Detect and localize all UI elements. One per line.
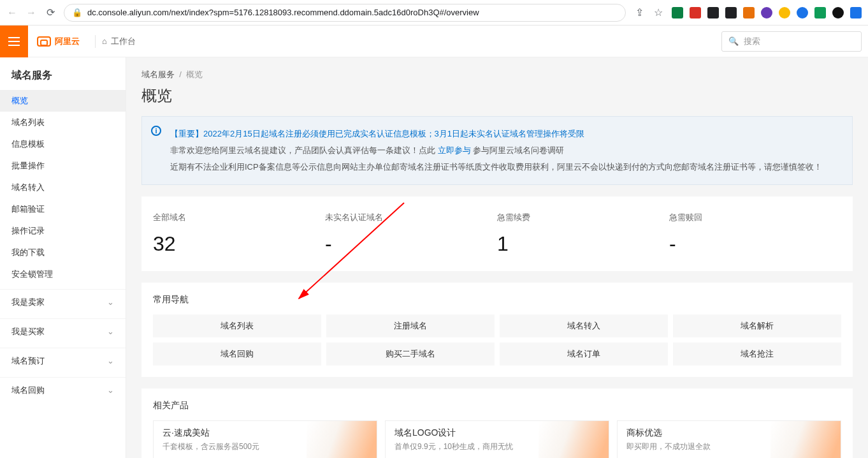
url-text: dc.console.aliyun.com/next/index?spm=517… [87,8,479,17]
sidebar-item-overview[interactable]: 概览 [0,90,126,112]
sidebar-item-info-template[interactable]: 信息模板 [0,133,126,155]
sidebar-group-preorder[interactable]: 域名预订 ⌄ [0,348,126,373]
stats-panel: 全部域名 32 未实名认证域名 - 急需续费 1 急需赎回 - [141,196,853,271]
product-decoration [539,421,609,458]
nav-secondhand[interactable]: 购买二手域名 [326,343,495,366]
lock-icon: 🔒 [72,8,82,17]
stat-renew[interactable]: 急需续费 1 [497,212,669,256]
breadcrumb-root[interactable]: 域名服务 [141,70,175,79]
ext-icon[interactable] [690,7,701,18]
sidebar-item-transfer-in[interactable]: 域名转入 [0,177,126,198]
stat-value: 32 [153,232,325,256]
quick-nav-card: 常用导航 域名列表 注册域名 域名转入 域名解析 域名回购 购买二手域名 域名订… [141,283,853,377]
sidebar-item-domain-list[interactable]: 域名列表 [0,112,126,133]
menu-toggle-button[interactable] [0,26,28,57]
products-card: 相关产品 云·速成美站 千套模板，含云服务器500元 域名LOGO设计 首单仅9… [141,388,853,458]
sidebar-item-batch[interactable]: 批量操作 [0,155,126,177]
nav-register[interactable]: 注册域名 [326,314,495,337]
brand-text: 阿里云 [55,36,80,47]
nav-buyback[interactable]: 域名回购 [153,343,321,366]
search-icon: 🔍 [728,36,739,46]
nav-domain-list[interactable]: 域名列表 [153,314,321,337]
ext-icon[interactable] [672,7,683,18]
stat-unverified[interactable]: 未实名认证域名 - [325,212,497,256]
stat-label: 未实名认证域名 [325,212,497,223]
product-decoration [770,421,841,458]
search-input[interactable]: 🔍 搜索 [721,31,862,52]
top-bar: 阿里云 ⌂ 工作台 🔍 搜索 [0,26,868,57]
product-logo-design[interactable]: 域名LOGO设计 首单仅9.9元，10秒生成，商用无忧 [385,420,609,458]
breadcrumb-current: 概览 [186,70,203,79]
card-title: 相关产品 [153,400,841,411]
reload-icon[interactable]: ⟳ [45,7,56,18]
star-icon[interactable]: ☆ [653,7,664,18]
chevron-down-icon: ⌄ [107,356,114,366]
sidebar-item-log[interactable]: 操作记录 [0,220,126,242]
extension-icons [672,7,862,18]
browser-toolbar: ← → ⟳ 🔒 dc.console.aliyun.com/next/index… [0,0,868,26]
ext-icon[interactable] [779,7,790,18]
divider [95,35,96,48]
ext-icon[interactable] [761,7,772,18]
sidebar-item-lock[interactable]: 安全锁管理 [0,263,126,285]
stat-value: - [325,232,497,256]
sidebar-group-label: 我是买家 [11,326,45,337]
forward-icon[interactable]: → [25,7,37,18]
sidebar-title: 域名服务 [0,69,126,90]
notice-text: 参与阿里云域名问卷调研 [471,145,565,155]
stat-label: 急需续费 [497,212,669,223]
ext-icon[interactable] [707,7,719,18]
stat-label: 急需赎回 [669,212,841,223]
stat-redeem[interactable]: 急需赎回 - [669,212,841,256]
stat-value: - [669,232,841,256]
brand-logo[interactable]: 阿里云 [28,36,89,47]
page-title: 概览 [141,85,853,106]
back-icon[interactable]: ← [6,7,18,18]
stat-all-domains[interactable]: 全部域名 32 [153,212,325,256]
breadcrumb: 域名服务 / 概览 [141,69,853,80]
logo-icon [37,36,51,47]
workbench-link[interactable]: ⌂ 工作台 [102,36,136,47]
notice-panel: i 【重要】2022年2月15日起域名注册必须使用已完成实名认证信息模板；3月1… [141,116,853,185]
sidebar-group-buyback[interactable]: 域名回购 ⌄ [0,377,126,403]
sidebar-group-label: 域名预订 [11,355,45,367]
chevron-down-icon: ⌄ [107,297,114,307]
share-icon[interactable]: ⇪ [633,7,645,18]
sidebar-item-download[interactable]: 我的下载 [0,242,126,263]
notice-text: 近期有不法企业利用ICP备案信息等公示信息向网站主办单位邮寄域名注册证书等纸质文… [170,159,842,175]
stat-value: 1 [497,232,669,256]
nav-transfer-in[interactable]: 域名转入 [500,314,668,337]
sidebar-group-seller[interactable]: 我是卖家 ⌄ [0,289,126,314]
ext-icon[interactable] [725,7,737,18]
info-icon: i [151,126,161,136]
product-trademark[interactable]: 商标优选 即买即用，不成功退全款 [617,420,841,458]
main-content: 域名服务 / 概览 概览 i 【重要】2022年2月15日起域名注册必须使用已完… [126,57,868,458]
product-site-builder[interactable]: 云·速成美站 千套模板，含云服务器500元 [153,420,377,458]
nav-orders[interactable]: 域名订单 [500,343,668,366]
search-placeholder: 搜索 [744,36,760,47]
workbench-label: 工作台 [111,36,136,47]
ext-icon[interactable] [797,7,808,18]
sidebar-item-email-verify[interactable]: 邮箱验证 [0,198,126,220]
address-bar[interactable]: 🔒 dc.console.aliyun.com/next/index?spm=5… [64,4,626,22]
sidebar-group-label: 域名回购 [11,385,45,396]
chevron-down-icon: ⌄ [107,385,114,395]
notice-text: 非常欢迎您给阿里云域名提建议，产品团队会认真评估每一条建议！点此 [170,145,438,155]
card-title: 常用导航 [153,294,841,306]
home-icon: ⌂ [102,36,107,46]
chevron-down-icon: ⌄ [107,327,114,336]
ext-icon[interactable] [743,7,755,18]
notice-survey-link[interactable]: 立即参与 [438,145,471,155]
sidebar: 域名服务 概览 域名列表 信息模板 批量操作 域名转入 邮箱验证 操作记录 我的… [0,57,126,458]
notice-important-link[interactable]: 【重要】2022年2月15日起域名注册必须使用已完成实名认证信息模板；3月1日起… [170,129,584,138]
sidebar-group-label: 我是卖家 [11,297,45,308]
product-decoration [307,421,377,458]
ext-icon[interactable] [832,7,844,18]
ext-icon[interactable] [850,7,862,18]
ext-icon[interactable] [814,7,826,18]
nav-snatch[interactable]: 域名抢注 [673,343,841,366]
stat-label: 全部域名 [153,212,325,223]
nav-resolve[interactable]: 域名解析 [673,314,841,337]
sidebar-group-buyer[interactable]: 我是买家 ⌄ [0,318,126,344]
